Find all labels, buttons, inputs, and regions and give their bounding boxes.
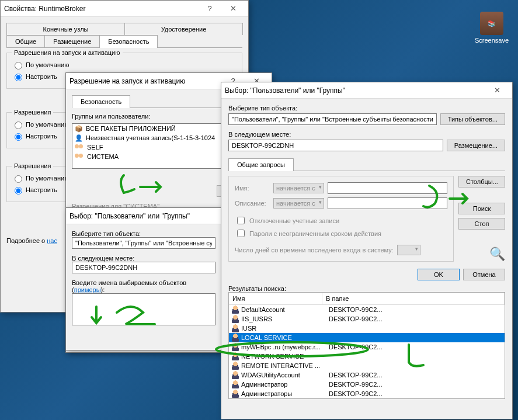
user-icon	[231, 352, 240, 360]
user-icon	[231, 343, 240, 351]
group-icon	[74, 152, 84, 161]
result-name: Администраторы	[241, 390, 329, 397]
window3-title: Выбор: "Пользователи" или "Группы"	[69, 212, 218, 220]
tab-endpoints[interactable]: Конечные узлы	[6, 23, 125, 35]
col-name[interactable]: Имя	[229, 293, 322, 304]
object-types-button[interactable]: Типы объектов...	[440, 113, 505, 125]
window4-title: Выбор: "Пользователи" или "Группы"	[225, 86, 485, 95]
desc-condition-dropdown[interactable]: начинается с	[273, 198, 324, 209]
result-row[interactable]: IIS_IUSRS DESKTOP-99C2...	[229, 314, 505, 324]
location-field4[interactable]	[228, 140, 443, 151]
close-button[interactable]: ✕	[221, 2, 245, 16]
titlebar: Свойства: RuntimeBroker ? ✕	[1, 1, 248, 17]
cancel-button[interactable]: Отмена	[463, 269, 505, 280]
tab-location2[interactable]: Размещение	[44, 35, 100, 47]
archive-icon: 📚	[480, 12, 503, 35]
user-icon	[231, 324, 240, 332]
list-text: СИСТЕМА	[87, 153, 119, 160]
names-textarea[interactable]	[72, 293, 215, 325]
user-icon	[231, 390, 240, 398]
more-info-prefix: Подробнее о	[6, 237, 47, 244]
window-title: Свойства: RuntimeBroker	[4, 5, 198, 13]
result-folder: DESKTOP-99C2...	[329, 381, 383, 388]
ok-button[interactable]: OK	[418, 269, 460, 280]
user-icon	[231, 306, 240, 314]
chk-pwd[interactable]	[237, 230, 245, 237]
name-input[interactable]	[328, 182, 447, 194]
label-select-type4: Выберите тип объекта:	[228, 105, 505, 112]
search-button[interactable]: Поиск	[458, 203, 505, 214]
result-row[interactable]: NETWORK SERVICE	[229, 352, 505, 361]
name-condition-dropdown[interactable]: начинается с	[273, 183, 324, 193]
desktop-icon-label: Screensave	[471, 37, 512, 44]
location-field[interactable]	[72, 262, 215, 273]
chk-disabled[interactable]	[237, 217, 245, 224]
radio-default-3[interactable]	[15, 175, 22, 183]
tab-security2[interactable]: Безопасность	[72, 95, 130, 108]
results-body[interactable]: DefaultAccount DESKTOP-99C2... IIS_IUSRS…	[229, 305, 505, 398]
list-text: SELF	[87, 144, 103, 151]
stop-button[interactable]: Стоп	[458, 218, 505, 230]
radio-custom-2[interactable]	[15, 133, 22, 141]
result-row[interactable]: IUSR	[229, 324, 505, 333]
tab-identity[interactable]: Удостоверение	[124, 23, 243, 35]
result-folder: DESKTOP-99C2...	[329, 390, 383, 397]
desc-input[interactable]	[328, 197, 447, 209]
result-name: Администратор	[241, 381, 329, 388]
result-row[interactable]: REMOTE INTERACTIVE ...	[229, 361, 505, 370]
label-custom2: Настроить	[26, 133, 57, 140]
list-text: Неизвестная учетная запись(S-1-15-3-1024	[86, 134, 215, 141]
radio-custom-3[interactable]	[15, 187, 22, 195]
desktop-icon-screensaver[interactable]: 📚 Screensave	[471, 12, 512, 44]
examples-link[interactable]: примеры	[74, 286, 101, 293]
result-name: DefaultAccount	[241, 306, 329, 313]
tab-general[interactable]: Общие	[6, 35, 45, 47]
help-button[interactable]: ?	[198, 2, 221, 16]
result-row[interactable]: myWEBpc .ru (mywebpc.r... DESKTOP-99C2..…	[229, 342, 505, 352]
result-folder: DESKTOP-99C2...	[329, 306, 383, 313]
result-name: IIS_IUSRS	[241, 315, 329, 322]
label-chk-pwd: Пароли с неограниченным сроком действия	[249, 230, 381, 237]
label-custom: Настроить	[26, 73, 57, 80]
tab-common-queries[interactable]: Общие запросы	[228, 158, 294, 171]
more-info-link[interactable]: нас	[47, 237, 57, 244]
result-name: myWEBpc .ru (mywebpc.r...	[241, 343, 329, 350]
result-folder: DESKTOP-99C2...	[329, 372, 383, 379]
tab-security[interactable]: Безопасность	[99, 35, 158, 48]
label-location: В следующем месте:	[72, 255, 215, 262]
label-enter-names: Введите имена выбираемых объектов (приме…	[72, 279, 215, 293]
user-icon: 👤	[74, 134, 84, 142]
user-icon	[231, 362, 240, 370]
result-row[interactable]: WDAGUtilityAccount DESKTOP-99C2...	[229, 370, 505, 380]
days-dropdown[interactable]	[397, 245, 420, 255]
user-icon	[231, 315, 240, 323]
result-row[interactable]: Администратор DESKTOP-99C2...	[229, 380, 505, 389]
group-icon	[74, 143, 84, 151]
group-launch-title: Разрешения на запуск и активацию	[12, 49, 123, 56]
packages-icon: 📦	[74, 124, 84, 133]
radio-default-2[interactable]	[15, 122, 22, 129]
object-type-field[interactable]	[72, 237, 215, 249]
result-folder: DESKTOP-99C2...	[329, 315, 383, 322]
result-name: WDAGUtilityAccount	[241, 372, 329, 379]
label-default2: По умолчанию	[26, 121, 69, 128]
radio-default-1[interactable]	[15, 62, 22, 70]
label-results: Результаты поиска:	[228, 285, 505, 292]
close-button4[interactable]: ✕	[485, 84, 509, 98]
result-name: REMOTE INTERACTIVE ...	[241, 362, 329, 369]
columns-button[interactable]: Столбцы...	[458, 176, 505, 188]
result-row[interactable]: DefaultAccount DESKTOP-99C2...	[229, 305, 505, 314]
result-row[interactable]: Администраторы DESKTOP-99C2...	[229, 389, 505, 398]
object-type-field4[interactable]	[228, 113, 437, 125]
label-custom3: Настроить	[26, 186, 57, 193]
label-location4: В следующем месте:	[228, 131, 505, 138]
result-folder: DESKTOP-99C2...	[329, 343, 383, 350]
location-button[interactable]: Размещение...	[447, 140, 505, 151]
col-folder[interactable]: В папке	[322, 293, 505, 304]
result-name: NETWORK SERVICE	[241, 353, 329, 360]
result-row[interactable]: LOCAL SERVICE	[229, 333, 505, 342]
label-default3: По умолчанию	[26, 175, 69, 182]
results-header: Имя В папке	[229, 293, 505, 305]
list-text: ВСЕ ПАКЕТЫ ПРИЛОЖЕНИЙ	[86, 125, 176, 132]
radio-custom-1[interactable]	[15, 74, 22, 81]
